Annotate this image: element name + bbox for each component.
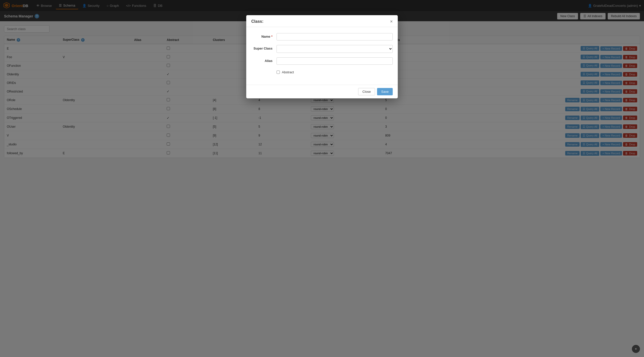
name-label: Name: [251, 33, 277, 38]
name-form-group: Name: [251, 33, 393, 40]
superclass-form-group: Super Class: [251, 45, 393, 53]
modal-body: Name Super Class Alias Abstract: [246, 27, 398, 85]
alias-form-group: Alias: [251, 57, 393, 65]
abstract-checkbox-group: Abstract: [277, 69, 294, 74]
class-modal: Class: × Name Super Class Alias: [246, 15, 398, 98]
abstract-checkbox[interactable]: [277, 71, 280, 74]
modal-overlay: Class: × Name Super Class Alias: [0, 0, 644, 357]
superclass-label: Super Class: [251, 45, 277, 50]
modal-title: Class:: [251, 19, 263, 24]
modal-footer: Close Save: [246, 85, 398, 98]
alias-label: Alias: [251, 57, 277, 63]
abstract-form-group: Abstract: [251, 69, 393, 74]
name-input[interactable]: [277, 33, 393, 40]
abstract-spacer: [251, 69, 277, 71]
modal-save-button[interactable]: Save: [377, 88, 393, 95]
modal-header: Class: ×: [246, 15, 398, 27]
modal-close-button[interactable]: Close: [358, 88, 375, 95]
superclass-select[interactable]: [277, 45, 393, 53]
modal-close-x-button[interactable]: ×: [390, 19, 393, 24]
abstract-label: Abstract: [282, 70, 294, 74]
alias-input[interactable]: [277, 57, 393, 65]
